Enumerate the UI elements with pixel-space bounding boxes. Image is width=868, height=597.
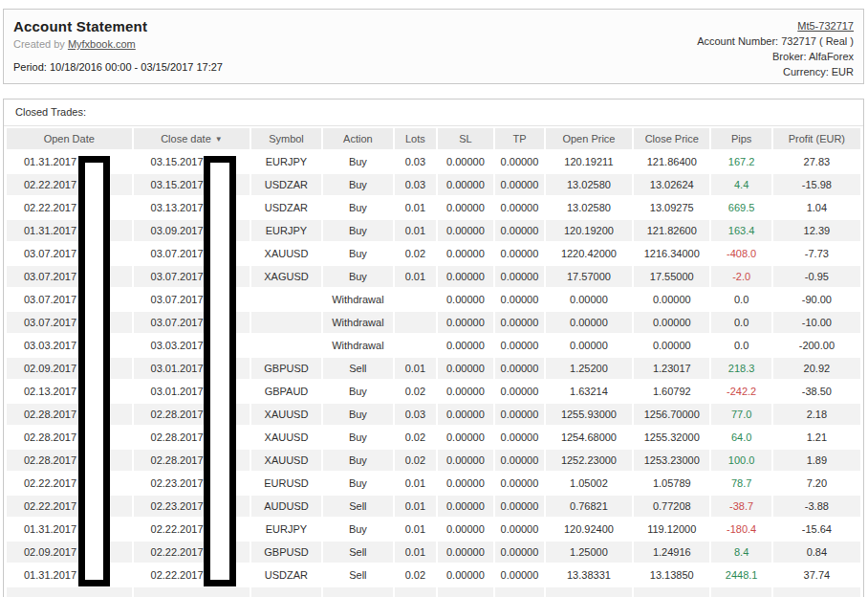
table-row-partial xyxy=(7,587,860,597)
cell-tp: 0.00000 xyxy=(495,564,544,586)
cell-open_price: 1255.93000 xyxy=(546,404,632,425)
cell-pips: 64.0 xyxy=(711,427,770,448)
cell-open_price: 1.63214 xyxy=(546,381,632,402)
cell-pips: 218.3 xyxy=(711,358,770,379)
table-row: 03.07.201703.07.2017XAUUSDBuy0.020.00000… xyxy=(7,243,860,264)
cell-close_price: 1.60792 xyxy=(634,381,709,402)
cell-open_price: 120.19200 xyxy=(546,220,632,241)
table-row: 02.13.201703.01.2017GBPAUDBuy0.020.00000… xyxy=(7,381,860,402)
cell-symbol xyxy=(251,289,320,310)
cell-pips: 2448.1 xyxy=(711,564,770,586)
cell-pips: 167.2 xyxy=(711,151,770,172)
column-header-close_date[interactable]: Close date▼ xyxy=(134,128,250,149)
broker-line: Broker: AlfaForex xyxy=(697,49,854,64)
cell-profit: 1.89 xyxy=(773,450,860,471)
column-header-pips[interactable]: Pips xyxy=(711,128,770,149)
cell-symbol: AUDUSD xyxy=(251,496,320,517)
cell-pips: 100.0 xyxy=(711,450,770,471)
cell-pips: -180.4 xyxy=(711,519,770,540)
cell-lots xyxy=(395,312,435,333)
cell-profit: 20.92 xyxy=(773,358,860,379)
cell-profit: 2.18 xyxy=(773,404,860,425)
cell-open_date: 03.07.2017 xyxy=(7,312,132,333)
cell-pips: -2.0 xyxy=(711,266,770,287)
cell-symbol: USDZAR xyxy=(251,564,320,586)
cell-open_price: 13.02580 xyxy=(546,174,632,195)
cell-profit: -15.64 xyxy=(773,519,860,540)
cell-profit: 1.04 xyxy=(773,197,860,218)
table-row: 02.22.201703.13.2017USDZARBuy0.010.00000… xyxy=(7,197,860,218)
table-row: 01.31.201702.22.2017USDZARSell0.020.0000… xyxy=(7,564,860,586)
cell-open_price: 1.25000 xyxy=(546,542,632,563)
cell-tp: 0.00000 xyxy=(495,151,544,172)
cell-pips: 77.0 xyxy=(711,404,770,425)
cell-profit: -7.73 xyxy=(773,243,860,264)
cell-close_price: 0.00000 xyxy=(634,335,709,356)
cell-open_price: 0.00000 xyxy=(546,335,632,356)
cell-sl: 0.00000 xyxy=(438,519,494,540)
cell-sl: 0.00000 xyxy=(438,450,494,471)
table-header-row: Open DateClose date▼SymbolActionLotsSLTP… xyxy=(7,128,860,149)
cell-lots: 0.01 xyxy=(395,519,435,540)
cell-close_price: 1.23017 xyxy=(634,358,709,379)
cell-pips: 78.7 xyxy=(711,473,770,494)
cell-lots: 0.03 xyxy=(395,174,435,195)
cell-close_price: 13.02624 xyxy=(634,174,709,195)
currency-label: Currency: xyxy=(783,66,832,77)
cell-tp: 0.00000 xyxy=(495,243,544,264)
account-number-label: Account Number: xyxy=(697,35,781,47)
column-header-lots[interactable]: Lots xyxy=(395,128,435,149)
cell-profit: 1.21 xyxy=(773,427,860,448)
account-link[interactable]: Mt5-732717 xyxy=(797,20,854,32)
column-header-profit[interactable]: Profit (EUR) xyxy=(773,128,860,149)
column-header-symbol[interactable]: Symbol xyxy=(251,128,320,149)
column-header-tp[interactable]: TP xyxy=(495,128,544,149)
cell-symbol: USDZAR xyxy=(251,174,320,195)
cell-symbol: GBPAUD xyxy=(251,381,320,402)
myfxbook-link[interactable]: Myfxbook.com xyxy=(68,38,136,50)
column-header-label: Action xyxy=(343,133,373,144)
cell-open_price: 1220.42000 xyxy=(546,243,632,264)
cell-close_price: 0.77208 xyxy=(634,496,709,517)
table-row: 02.09.201703.01.2017GBPUSDSell0.010.0000… xyxy=(7,358,860,379)
cell-lots: 0.01 xyxy=(395,496,435,517)
cell-symbol xyxy=(251,587,320,597)
column-header-label: Profit (EUR) xyxy=(789,133,845,144)
cell-close_price: 121.86400 xyxy=(634,151,709,172)
cell-open_price: 1252.23000 xyxy=(546,450,632,471)
cell-open_date: 01.31.2017 xyxy=(7,519,132,540)
cell-tp: 0.00000 xyxy=(495,220,544,241)
cell-lots: 0.01 xyxy=(395,542,435,563)
cell-pips: -408.0 xyxy=(711,243,770,264)
cell-open_price: 1.05002 xyxy=(546,473,632,494)
cell-open_date: 01.31.2017 xyxy=(7,151,132,172)
column-header-label: TP xyxy=(512,133,526,144)
cell-symbol: EURJPY xyxy=(251,151,320,172)
cell-lots: 0.03 xyxy=(395,404,435,425)
column-header-open_price[interactable]: Open Price xyxy=(546,128,632,149)
cell-lots: 0.02 xyxy=(395,243,435,264)
column-header-open_date[interactable]: Open Date xyxy=(7,128,132,149)
cell-lots: 0.02 xyxy=(395,427,435,448)
cell-action: Buy xyxy=(323,427,394,448)
table-row: 02.22.201702.23.2017AUDUSDSell0.010.0000… xyxy=(7,496,860,517)
cell-symbol: XAUUSD xyxy=(251,450,320,471)
cell-open_price: 17.57000 xyxy=(546,266,632,287)
cell-open_date: 02.22.2017 xyxy=(7,174,132,195)
cell-close_price: 1253.23000 xyxy=(634,450,709,471)
cell-open_price: 0.00000 xyxy=(546,289,632,310)
cell-tp: 0.00000 xyxy=(495,381,544,402)
cell-symbol xyxy=(251,312,320,333)
column-header-close_price[interactable]: Close Price xyxy=(634,128,709,149)
column-header-sl[interactable]: SL xyxy=(438,128,494,149)
cell-close_price: 121.82600 xyxy=(634,220,709,241)
cell-tp: 0.00000 xyxy=(495,404,544,425)
cell-profit: -15.98 xyxy=(773,174,860,195)
cell-action: Buy xyxy=(323,266,394,287)
cell-open_price: 1254.68000 xyxy=(546,427,632,448)
column-header-action[interactable]: Action xyxy=(323,128,394,149)
cell-profit: -0.95 xyxy=(773,266,860,287)
cell-close_price: 1.05789 xyxy=(634,473,709,494)
cell-profit: 7.20 xyxy=(773,473,860,494)
created-by-line: Created by Myfxbook.com xyxy=(13,38,223,50)
